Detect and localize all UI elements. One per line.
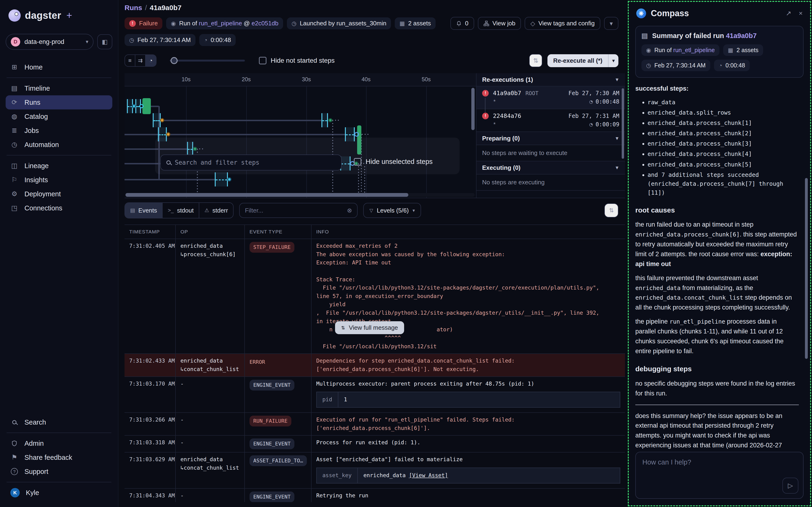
re-execute-dropdown[interactable]: ▾ [608, 54, 618, 67]
gantt-vertical-scrollbar[interactable] [471, 88, 475, 130]
step-marker-dot[interactable] [227, 177, 231, 181]
step-marker-dot[interactable] [132, 104, 136, 108]
sort-icon: ⇅ [609, 208, 614, 213]
log-row[interactable]: 7:31:03.318 AM-ENGINE_EVENTProcess for r… [124, 436, 625, 453]
step-bar-pending[interactable] [215, 172, 228, 186]
compass-chat-input[interactable]: How can I help? ▷ [635, 452, 804, 499]
log-row[interactable]: 7:31:03.629 AMenriched_data ↳concat_chun… [124, 453, 625, 489]
question-glyph: ? [11, 468, 18, 475]
sidebar-item-search[interactable]: Search [6, 415, 112, 429]
log-row[interactable]: 7:31:02.433 AMenriched_data ↳concat_chun… [124, 354, 625, 377]
re-execution-run-row[interactable]: !22484a76Feb 27, 7:31 AM*◔0:00:09 [477, 109, 625, 132]
sidebar-item-home[interactable]: ⊞Home [6, 60, 112, 74]
summary-run-id-link[interactable]: 41a9a0b7 [726, 32, 757, 40]
log-row[interactable]: 7:31:04.343 AM-ENGINE_EVENTRetrying the … [124, 489, 625, 502]
run-steps-star: * [493, 121, 495, 128]
sidebar-item-timeline[interactable]: ▤Timeline [6, 81, 112, 95]
clock-icon: ◷ [129, 37, 134, 43]
tab-stdout[interactable]: >_stdout [163, 203, 199, 218]
sidebar-item-support[interactable]: ?Support [6, 464, 112, 478]
log-event-type: ERROR [245, 354, 312, 376]
panel-scrollbar[interactable] [622, 88, 624, 159]
failure-icon: ! [482, 90, 489, 97]
run-duration: ◔0:00:48 [589, 98, 619, 105]
re-executions-header[interactable]: Re-executions (1)▼ [477, 73, 625, 87]
summary-pipeline-link[interactable]: run_etl_pipeline [673, 47, 715, 53]
chevron-down-icon: ▾ [610, 20, 613, 26]
open-in-new-icon[interactable]: ↗ [786, 10, 791, 17]
step-search-input[interactable]: Search and filter steps [160, 155, 342, 170]
sidebar-item-admin[interactable]: Admin [6, 436, 112, 450]
alerts-button[interactable]: 0 [450, 17, 474, 30]
sidebar-item-catalog[interactable]: ◍Catalog [6, 109, 112, 123]
section-header-executing[interactable]: Executing (0)▼ [477, 161, 625, 174]
sidebar-item-lineage[interactable]: ◫Lineage [6, 159, 112, 173]
nav-divider [7, 482, 111, 482]
commit-link[interactable]: e2c051db [252, 20, 278, 27]
sidebar-item-insights[interactable]: ⚐Insights [6, 173, 112, 187]
log-sort-button[interactable]: ⇅ [604, 203, 618, 218]
sidebar-collapse-button[interactable]: ◧ [97, 34, 112, 49]
tab-stderr[interactable]: ⚠stderr [199, 203, 233, 218]
step-bar-succeeded[interactable] [143, 98, 151, 114]
clear-filter-icon[interactable]: ⊗ [347, 207, 352, 214]
step-marker-dot[interactable] [139, 104, 144, 108]
assets-pill[interactable]: ▦2 assets [395, 17, 436, 30]
sidebar-item-connections[interactable]: ◳Connections [6, 201, 112, 215]
scrollbar-thumb[interactable] [125, 193, 409, 197]
hide-unselected-checkbox[interactable] [354, 158, 361, 166]
sidebar-item-automation[interactable]: ◷Automation [6, 137, 112, 152]
log-op: - [176, 413, 245, 435]
step-marker-dot[interactable] [166, 132, 170, 136]
log-filter-input[interactable]: Filter... ⊗ [239, 203, 358, 218]
event-type-badge: ENGINE_EVENT [250, 439, 294, 449]
logo-plus-badge: + [66, 10, 72, 21]
view-job-button[interactable]: View job [478, 17, 521, 30]
run-actions-menu-button[interactable]: ▾ [604, 17, 618, 30]
close-icon[interactable]: × [799, 10, 803, 17]
log-timestamp: 7:31:03.170 AM [124, 377, 176, 412]
sidebar-item-share-feedback[interactable]: ⚑Share feedback [6, 450, 112, 464]
log-row[interactable]: 7:31:02.405 AMenriched_data ↳process_chu… [124, 239, 625, 354]
log-row[interactable]: 7:31:03.266 AM-RUN_FAILUREExecution of r… [124, 413, 625, 436]
run-id-link[interactable]: 41a9a0b7 [493, 90, 521, 97]
section-header-preparing[interactable]: Preparing (0)▼ [477, 132, 625, 145]
sidebar-item-runs[interactable]: ⟳Runs [6, 95, 112, 109]
run-id-link[interactable]: 22484a76 [493, 112, 521, 119]
step-marker-dot[interactable] [354, 132, 359, 137]
log-op: - [176, 436, 245, 452]
log-row[interactable]: 7:31:03.170 AM-ENGINE_EVENTMultiprocess … [124, 377, 625, 413]
send-message-button[interactable]: ▷ [782, 477, 798, 494]
re-execute-all-button[interactable]: Re-execute all (*) ▾ [547, 54, 618, 67]
reexecution-order-button[interactable]: ⇅ [529, 54, 542, 67]
metadata-link[interactable]: [View Asset] [409, 472, 448, 478]
compass-scrollbar[interactable] [805, 178, 808, 359]
slider-knob[interactable] [171, 57, 178, 64]
gantt-zoom-slider[interactable] [170, 60, 245, 61]
breadcrumb-runs-link[interactable]: Runs [124, 4, 142, 11]
hide-not-started-checkbox[interactable] [259, 57, 266, 64]
flat-view-button[interactable]: ≡ [125, 55, 136, 66]
waterfall-view-button[interactable]: ⇉ [136, 55, 146, 66]
view-full-message-button[interactable]: ⇅View full message [335, 321, 404, 334]
sidebar-item-deployment[interactable]: ⚙Deployment [6, 187, 112, 201]
pipeline-link[interactable]: run_etl_pipeline [199, 20, 242, 27]
re-execution-run-row[interactable]: !41a9a0b7ROOTFeb 27, 7:30 AM*◔0:00:48 [477, 87, 625, 109]
sidebar-nav: ⊞Home▤Timeline⟳Runs◍Catalog≣Jobs◷Automat… [6, 60, 112, 215]
log-filter-placeholder: Filter... [245, 207, 263, 214]
step-marker-dot[interactable] [328, 118, 332, 122]
tab-events[interactable]: ▤Events [125, 203, 163, 218]
workspace-switcher[interactable]: D data-eng-prod ▾ [6, 34, 94, 50]
target-icon: ◉ [646, 47, 651, 53]
root-tag: ROOT [525, 90, 538, 96]
step-marker-dot[interactable] [160, 118, 164, 122]
levels-dropdown[interactable]: ▽ Levels (5/6) ▾ [363, 203, 421, 218]
timed-view-button[interactable]: ◔ [146, 55, 156, 66]
step-bar-pending[interactable] [153, 113, 161, 127]
view-tags-config-button[interactable]: ◇View tags and config [525, 17, 600, 30]
step-bar-pending[interactable] [321, 113, 328, 127]
sidebar-item-kyle[interactable]: KKyle [6, 486, 112, 500]
gantt-horizontal-scrollbar[interactable] [125, 193, 475, 197]
column-header-info: INFO [312, 225, 625, 239]
sidebar-item-jobs[interactable]: ≣Jobs [6, 123, 112, 137]
